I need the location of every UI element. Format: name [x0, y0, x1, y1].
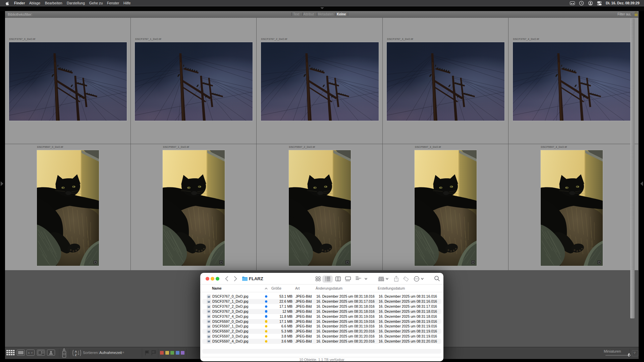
svg-text:X: X [28, 351, 30, 355]
svg-text:A: A [75, 350, 77, 353]
svg-text:Z: Z [75, 353, 77, 357]
svg-text:Y: Y [31, 351, 33, 355]
